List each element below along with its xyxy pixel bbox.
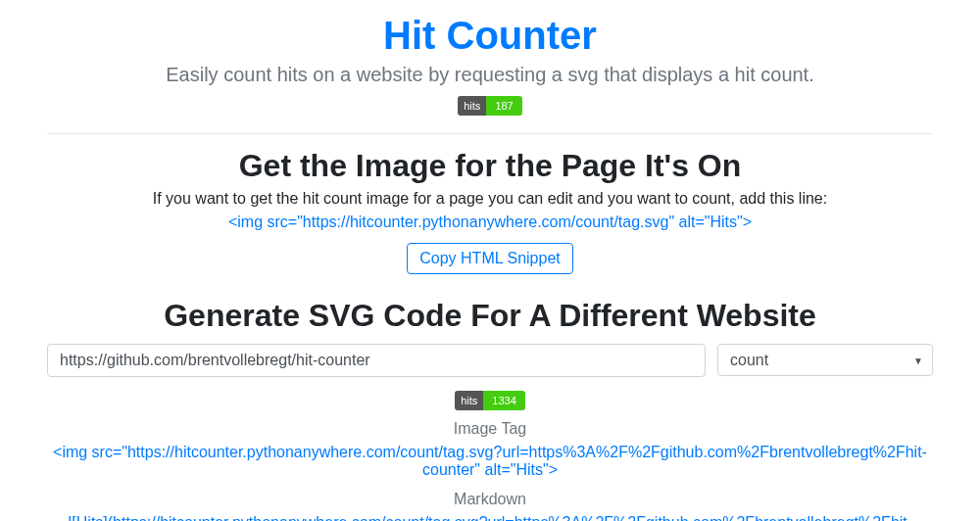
image-tag-code: <img src="https://hitcounter.pythonanywh… <box>47 444 933 479</box>
url-input[interactable] <box>47 344 706 377</box>
section2-title: Generate SVG Code For A Different Websit… <box>47 298 933 334</box>
generated-hits-badge: hits1334 <box>455 391 525 410</box>
generated-badge-label: hits <box>455 391 483 410</box>
hits-badge-label: hits <box>458 96 486 116</box>
copy-html-snippet-button[interactable]: Copy HTML Snippet <box>407 243 572 274</box>
hits-badge-value: 187 <box>486 96 521 116</box>
page-title: Hit Counter <box>47 14 933 58</box>
section1-description: If you want to get the hit count image f… <box>47 190 933 208</box>
hits-badge: hits187 <box>458 96 521 116</box>
page-subtitle: Easily count hits on a website by reques… <box>47 64 933 86</box>
image-tag-label: Image Tag <box>47 420 933 438</box>
divider <box>47 133 933 134</box>
generated-badge-value: 1334 <box>483 391 524 410</box>
markdown-label: Markdown <box>47 491 933 508</box>
mode-select[interactable]: count <box>717 344 933 376</box>
markdown-code: ![Hits](https://hitcounter.pythonanywher… <box>47 514 933 521</box>
html-snippet: <img src="https://hitcounter.pythonanywh… <box>47 213 933 231</box>
section1-title: Get the Image for the Page It's On <box>47 148 933 184</box>
